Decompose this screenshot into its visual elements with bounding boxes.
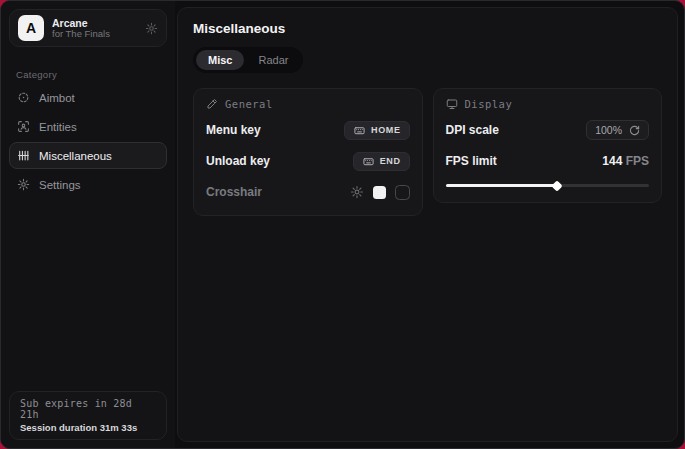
fps-limit-slider[interactable] <box>446 180 650 190</box>
gear-icon <box>17 178 30 191</box>
sidebar-item-miscellaneous[interactable]: Miscellaneous <box>9 142 167 169</box>
unload-key-button[interactable]: END <box>353 152 410 171</box>
profile-text: Arcane for The Finals <box>52 17 137 40</box>
unload-key-row: Unload key END <box>206 150 410 172</box>
sidebar-item-label: Settings <box>39 179 81 191</box>
general-card-header: General <box>206 98 410 110</box>
main-panel: Miscellaneous Misc Radar General Menu ke… <box>177 7 678 442</box>
sidebar-item-label: Aimbot <box>39 92 75 104</box>
grid-icon <box>17 149 30 162</box>
crosshair-controls <box>350 185 410 200</box>
general-card: General Menu key HOME <box>193 88 423 216</box>
fps-slider-fill <box>446 184 558 187</box>
tab-radar[interactable]: Radar <box>246 50 300 70</box>
sidebar: A Arcane for The Finals Category <box>1 1 175 448</box>
menu-key-value: HOME <box>371 125 400 135</box>
sidebar-nav: Aimbot Entities Miscella <box>1 84 175 198</box>
display-card-title: Display <box>465 98 513 110</box>
fps-limit-value: 144 FPS <box>602 154 649 168</box>
monitor-icon <box>446 98 458 110</box>
unload-key-label: Unload key <box>206 154 270 168</box>
fps-limit-label: FPS limit <box>446 154 497 168</box>
general-card-title: General <box>225 98 273 110</box>
page-title: Miscellaneous <box>193 21 662 36</box>
fps-slider-thumb[interactable] <box>552 180 563 191</box>
session-duration-text: Session duration 31m 33s <box>20 422 156 433</box>
keyboard-icon <box>362 156 375 167</box>
refresh-icon <box>629 125 640 136</box>
sub-expiry-text: Sub expires in 28d 21h <box>20 398 156 420</box>
dpi-scale-value: 100% <box>595 124 622 136</box>
sidebar-item-aimbot[interactable]: Aimbot <box>9 84 167 111</box>
crosshair-label: Crosshair <box>206 185 262 199</box>
category-label: Category <box>16 69 175 80</box>
sidebar-item-label: Miscellaneous <box>39 150 112 162</box>
fps-unit: FPS <box>626 154 649 168</box>
menu-key-button[interactable]: HOME <box>344 121 409 140</box>
avatar: A <box>18 15 44 41</box>
profile-settings-icon[interactable] <box>145 22 158 35</box>
sidebar-item-label: Entities <box>39 121 77 133</box>
app-title: Arcane <box>52 17 137 29</box>
entities-icon <box>17 120 30 133</box>
app-subtitle: for The Finals <box>52 29 137 40</box>
unload-key-value: END <box>380 156 401 166</box>
profile-card: A Arcane for The Finals <box>9 9 167 47</box>
subscription-info-box: Sub expires in 28d 21h Session duration … <box>9 391 167 440</box>
tool-icon <box>206 98 218 110</box>
display-card: Display DPI scale 100% <box>433 88 663 203</box>
tab-misc[interactable]: Misc <box>196 50 244 70</box>
crosshair-checkbox[interactable] <box>395 185 410 200</box>
keyboard-icon <box>353 125 366 136</box>
display-card-header: Display <box>446 98 650 110</box>
cards-row: General Menu key HOME <box>193 88 662 216</box>
dpi-scale-label: DPI scale <box>446 123 499 137</box>
dpi-scale-row: DPI scale 100% <box>446 119 650 141</box>
crosshair-row: Crosshair <box>206 181 410 203</box>
crosshair-settings-icon[interactable] <box>350 185 364 199</box>
tab-group: Misc Radar <box>193 47 303 73</box>
menu-key-row: Menu key HOME <box>206 119 410 141</box>
crosshair-color-swatch[interactable] <box>373 186 386 199</box>
menu-key-label: Menu key <box>206 123 261 137</box>
fps-limit-row: FPS limit 144 FPS <box>446 150 650 172</box>
dpi-scale-control[interactable]: 100% <box>586 120 649 140</box>
sidebar-item-settings[interactable]: Settings <box>9 171 167 198</box>
app-window: A Arcane for The Finals Category <box>0 0 685 449</box>
scope-icon <box>17 91 30 104</box>
sidebar-item-entities[interactable]: Entities <box>9 113 167 140</box>
